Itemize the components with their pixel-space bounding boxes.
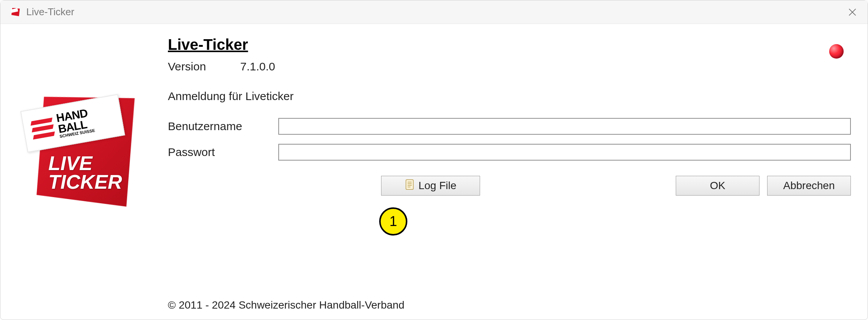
- logo-handball-text: HAND BALL SCHWEIZ SUISSE: [56, 107, 96, 139]
- logfile-button-label: Log File: [418, 180, 456, 192]
- page-title: Live-Ticker: [168, 36, 851, 53]
- logo-stripes-icon: [30, 116, 55, 141]
- annotation-marker-1-label: 1: [389, 213, 397, 229]
- close-icon: [847, 7, 857, 17]
- app-icon: [10, 7, 21, 18]
- liveticker-mini-logo-icon: [11, 7, 21, 17]
- version-label: Version: [168, 60, 240, 73]
- login-subtitle: Anmeldung für Liveticker: [168, 90, 851, 103]
- window-title: Live-Ticker: [26, 6, 74, 18]
- logo-live-text: LIVE TICKER: [48, 154, 122, 192]
- version-row: Version 7.1.0.0: [168, 60, 851, 73]
- ok-button[interactable]: OK: [676, 176, 760, 196]
- ok-button-label: OK: [710, 180, 725, 192]
- copyright-footer: © 2011 - 2024 Schweizerischer Handball-V…: [168, 299, 851, 314]
- password-input[interactable]: [278, 144, 851, 161]
- button-row: Log File OK Abbrechen: [168, 176, 851, 196]
- content-area: HAND BALL SCHWEIZ SUISSE LIVE TICKER Liv…: [0, 24, 868, 320]
- password-row: Passwort: [168, 144, 851, 161]
- logo-live-line1: LIVE: [48, 154, 122, 173]
- file-icon: [405, 179, 415, 193]
- password-label: Passwort: [168, 146, 278, 159]
- cancel-button[interactable]: Abbrechen: [767, 176, 851, 196]
- liveticker-logo: HAND BALL SCHWEIZ SUISSE LIVE TICKER: [19, 86, 141, 215]
- app-window: Live-Ticker HAND BALL SCHWEIZ SUISSE: [0, 0, 868, 320]
- logfile-button[interactable]: Log File: [381, 176, 480, 196]
- titlebar: Live-Ticker: [0, 0, 868, 24]
- username-row: Benutzername: [168, 118, 851, 135]
- logo-live-line2: TICKER: [48, 173, 122, 191]
- language-globe-button[interactable]: [828, 43, 845, 60]
- main-column: Live-Ticker Version 7.1.0.0 Anmeldung fü…: [168, 36, 851, 314]
- close-button[interactable]: [844, 4, 861, 21]
- svg-rect-2: [406, 180, 413, 189]
- username-input[interactable]: [278, 118, 851, 135]
- globe-icon: [829, 44, 844, 59]
- version-value: 7.1.0.0: [240, 60, 275, 73]
- username-label: Benutzername: [168, 120, 278, 133]
- annotation-marker-1: 1: [379, 207, 407, 236]
- logo-column: HAND BALL SCHWEIZ SUISSE LIVE TICKER: [19, 36, 168, 314]
- button-group-right: OK Abbrechen: [676, 176, 851, 196]
- cancel-button-label: Abbrechen: [783, 180, 834, 192]
